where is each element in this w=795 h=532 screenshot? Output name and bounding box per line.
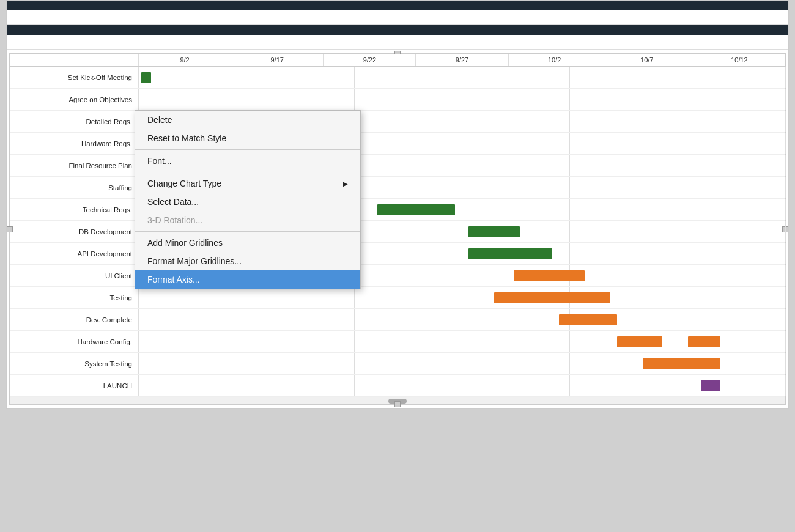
project-deliverable-header (7, 1, 788, 10)
menu-divider-4 (135, 172, 360, 172)
row-label-10: Testing (10, 294, 138, 301)
row-label-5: Staffing (10, 184, 138, 191)
gridline-3 (462, 353, 462, 374)
label-col-header (10, 54, 138, 66)
gantt-bar-14-0[interactable] (701, 380, 720, 391)
gridline-1 (246, 375, 246, 396)
gridline-5 (678, 221, 678, 242)
gridline-5 (678, 111, 678, 132)
date-cell-6: 10/12 (693, 54, 785, 66)
row-label-11: Dev. Complete (10, 316, 138, 323)
gridline-4 (569, 243, 570, 264)
project-deliverable-gap (7, 10, 788, 25)
gridline-0 (138, 353, 139, 374)
gridline-3 (462, 199, 462, 220)
gantt-bar-12-1[interactable] (688, 336, 720, 347)
menu-item-5[interactable]: Change Chart Type▶ (135, 174, 360, 193)
row-bars-12 (138, 331, 785, 352)
menu-item-9[interactable]: Add Minor Gridlines (135, 234, 360, 252)
gridline-6 (785, 243, 786, 264)
date-cell-1: 9/17 (231, 54, 323, 66)
gridline-6 (785, 287, 786, 308)
date-cell-3: 9/27 (415, 54, 508, 66)
menu-item-10[interactable]: Format Major Gridlines... (135, 252, 360, 270)
scope-statement-gap (7, 35, 788, 50)
menu-item-3[interactable]: Font... (135, 152, 360, 170)
menu-item-7: 3-D Rotation... (135, 211, 360, 229)
gridline-3 (462, 309, 462, 330)
chart-row-5: Staffing (10, 177, 785, 199)
gantt-bar-0-0[interactable] (141, 72, 151, 83)
gantt-bar-10-0[interactable] (494, 292, 610, 303)
gridline-3 (462, 155, 462, 176)
menu-item-6[interactable]: Select Data... (135, 193, 360, 211)
gantt-chart: 9/29/179/229/2710/210/710/12 Set Kick-Of… (10, 54, 785, 397)
row-bars-13 (138, 353, 785, 374)
gridline-0 (138, 287, 139, 308)
gridline-1 (246, 331, 246, 352)
gridline-4 (569, 221, 570, 242)
gridline-6 (785, 133, 786, 154)
row-bars-14 (138, 375, 785, 396)
chart-row-9: UI Client (10, 265, 785, 287)
gridline-3 (462, 177, 462, 198)
gridline-6 (785, 155, 786, 176)
gridline-2 (354, 89, 355, 110)
gantt-bar-9-0[interactable] (514, 270, 585, 281)
chart-row-10: Testing (10, 287, 785, 309)
scope-statement-header (7, 25, 788, 35)
gridline-3 (462, 221, 462, 242)
gantt-bar-12-0[interactable] (617, 336, 662, 347)
date-cells: 9/29/179/229/2710/210/710/12 (138, 54, 785, 66)
gridline-3 (462, 111, 462, 132)
gridline-5 (678, 133, 678, 154)
gridline-5 (678, 67, 678, 88)
gantt-bar-6-0[interactable] (377, 204, 455, 215)
menu-item-1[interactable]: Reset to Match Style (135, 129, 360, 147)
row-label-2: Detailed Reqs. (10, 118, 138, 125)
chart-row-4: Final Resource Plan (10, 155, 785, 177)
gridline-5 (678, 199, 678, 220)
date-cell-0: 9/2 (138, 54, 231, 66)
chart-row-14: LAUNCH (10, 375, 785, 397)
row-label-7: DB Development (10, 228, 138, 235)
gridline-4 (569, 331, 570, 352)
gantt-bar-7-0[interactable] (468, 226, 520, 237)
gridline-2 (354, 309, 355, 330)
row-label-12: Hardware Config. (10, 338, 138, 345)
chart-row-0: Set Kick-Off Meeting (10, 67, 785, 89)
gridline-2 (354, 353, 355, 374)
app-container: 9/29/179/229/2710/210/710/12 Set Kick-Of… (6, 0, 789, 409)
gridline-3 (462, 67, 462, 88)
gantt-bar-11-0[interactable] (559, 314, 617, 325)
gridline-5 (678, 243, 678, 264)
gridline-6 (785, 199, 786, 220)
chart-row-2: Detailed Reqs. (10, 111, 785, 133)
gridline-4 (569, 111, 570, 132)
gridline-0 (138, 331, 139, 352)
menu-item-11[interactable]: Format Axis... (135, 270, 360, 289)
row-bars-10 (138, 287, 785, 308)
gantt-bar-13-0[interactable] (643, 358, 720, 369)
row-label-14: LAUNCH (10, 382, 138, 390)
gridline-6 (785, 375, 786, 396)
chart-row-1: Agree on Objectives (10, 89, 785, 111)
gridline-6 (785, 331, 786, 352)
gridline-1 (246, 309, 246, 330)
gridline-6 (785, 353, 786, 374)
menu-item-0[interactable]: Delete (135, 111, 360, 129)
gridline-5 (678, 309, 678, 330)
chart-row-3: Hardware Reqs. (10, 133, 785, 155)
menu-divider-8 (135, 231, 360, 232)
row-label-9: UI Client (10, 272, 138, 279)
gridline-4 (569, 89, 570, 110)
submenu-arrow-icon: ▶ (343, 180, 348, 187)
context-menu[interactable]: DeleteReset to Match StyleFont...Change … (135, 110, 361, 289)
gridline-5 (678, 331, 678, 352)
resize-handle-bottom[interactable] (394, 401, 401, 407)
date-cell-2: 9/22 (323, 54, 415, 66)
gridline-4 (569, 67, 570, 88)
row-bars-1 (138, 89, 785, 110)
gridline-3 (462, 89, 462, 110)
gantt-bar-8-0[interactable] (468, 248, 553, 259)
